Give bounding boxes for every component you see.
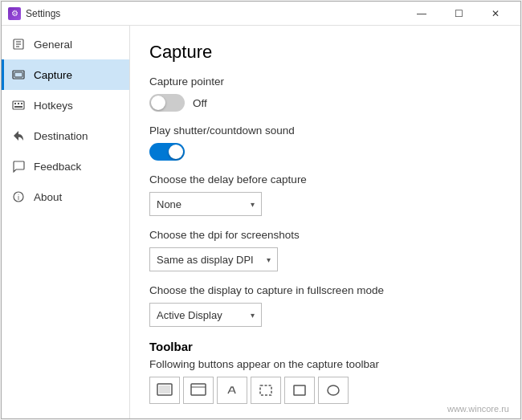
toolbar-buttons (149, 377, 501, 404)
display-label: Choose the display to capture in fullscr… (149, 284, 501, 296)
sidebar-item-about-label: About (34, 191, 62, 203)
sidebar-item-capture-label: Capture (34, 69, 72, 81)
svg-rect-9 (21, 103, 22, 104)
about-icon: i (11, 190, 26, 204)
dpi-section: Choose the dpi for screenshots Same as d… (149, 229, 501, 271)
delay-value: None (157, 198, 181, 210)
close-button[interactable]: ✕ (477, 2, 514, 26)
toolbar-desc: Following buttons appear on the capture … (149, 358, 501, 370)
svg-rect-15 (191, 384, 206, 395)
sidebar-item-feedback[interactable]: Feedback (2, 151, 129, 181)
sidebar-item-hotkeys-label: Hotkeys (34, 100, 73, 112)
sidebar-item-about[interactable]: i About (2, 181, 129, 212)
minimize-button[interactable]: — (403, 2, 440, 26)
toolbar-header: Toolbar (149, 340, 501, 353)
dpi-value: Same as display DPI (157, 254, 254, 266)
delay-arrow-icon: ▾ (251, 200, 255, 209)
delay-section: Choose the delay before capture None ▾ (149, 173, 501, 216)
shutter-row (149, 143, 501, 161)
svg-rect-8 (18, 103, 19, 104)
sidebar-item-general-label: General (34, 39, 72, 51)
display-dropdown[interactable]: Active Display ▾ (149, 303, 262, 327)
sidebar-item-hotkeys[interactable]: Hotkeys (2, 90, 129, 120)
toolbar-btn-rectangle[interactable] (251, 377, 281, 404)
selection-header: Selection (149, 417, 501, 418)
window-title: Settings (26, 8, 403, 19)
toolbar-btn-fullscreen[interactable] (149, 377, 180, 404)
capture-pointer-row: Off (149, 94, 501, 112)
svg-rect-6 (13, 101, 24, 109)
toolbar-section: Toolbar Following buttons appear on the … (149, 340, 501, 404)
svg-rect-19 (294, 385, 305, 395)
capture-icon (11, 67, 26, 82)
toolbar-btn-crop[interactable] (284, 377, 315, 404)
titlebar: ⚙ Settings — ☐ ✕ (2, 2, 520, 26)
sidebar-item-capture[interactable]: Capture (2, 59, 129, 90)
display-section: Choose the display to capture in fullscr… (149, 284, 501, 327)
capture-pointer-state: Off (193, 97, 207, 109)
capture-pointer-label: Capture pointer (149, 75, 501, 88)
dpi-dropdown[interactable]: Same as display DPI ▾ (149, 247, 278, 271)
toolbar-btn-ellipse[interactable] (318, 377, 349, 404)
svg-point-20 (328, 385, 339, 395)
svg-rect-10 (14, 106, 22, 108)
destination-icon (11, 128, 26, 143)
main-content: Capture Capture pointer Off Play shutter… (130, 26, 520, 418)
general-icon (11, 37, 26, 51)
dpi-arrow-icon: ▾ (267, 255, 271, 264)
delay-label: Choose the delay before capture (149, 173, 501, 186)
dpi-label: Choose the dpi for screenshots (149, 229, 501, 241)
toolbar-btn-pen[interactable] (217, 377, 247, 404)
capture-pointer-section: Capture pointer Off (149, 75, 501, 112)
page-title: Capture (149, 42, 501, 63)
window-content: General Capture (2, 26, 520, 418)
display-arrow-icon: ▾ (251, 311, 255, 320)
sidebar-item-destination[interactable]: Destination (2, 120, 129, 151)
settings-window: ⚙ Settings — ☐ ✕ General (1, 1, 521, 419)
svg-rect-18 (260, 385, 271, 395)
svg-rect-14 (159, 385, 170, 393)
app-icon: ⚙ (8, 7, 21, 20)
feedback-icon (11, 159, 26, 173)
svg-rect-5 (14, 72, 22, 77)
shutter-toggle[interactable] (149, 143, 185, 161)
capture-pointer-thumb (151, 96, 165, 110)
sidebar: General Capture (2, 26, 130, 418)
hotkeys-icon (11, 98, 26, 112)
svg-rect-7 (14, 103, 16, 104)
shutter-section: Play shutter/countdown sound (149, 124, 501, 161)
display-value: Active Display (157, 309, 222, 321)
toolbar-btn-window[interactable] (183, 377, 214, 404)
sidebar-item-feedback-label: Feedback (34, 161, 81, 173)
window-controls: — ☐ ✕ (403, 2, 514, 26)
svg-text:i: i (18, 194, 19, 202)
shutter-thumb (169, 145, 183, 159)
selection-section: Selection Capture immediately after sele… (149, 417, 501, 418)
sidebar-item-destination-label: Destination (34, 130, 88, 142)
sidebar-item-general[interactable]: General (2, 29, 129, 59)
capture-pointer-toggle[interactable] (149, 94, 185, 112)
delay-dropdown[interactable]: None ▾ (149, 192, 262, 216)
watermark: www.wincore.ru (447, 404, 509, 414)
shutter-label: Play shutter/countdown sound (149, 124, 501, 137)
maximize-button[interactable]: ☐ (440, 2, 477, 26)
